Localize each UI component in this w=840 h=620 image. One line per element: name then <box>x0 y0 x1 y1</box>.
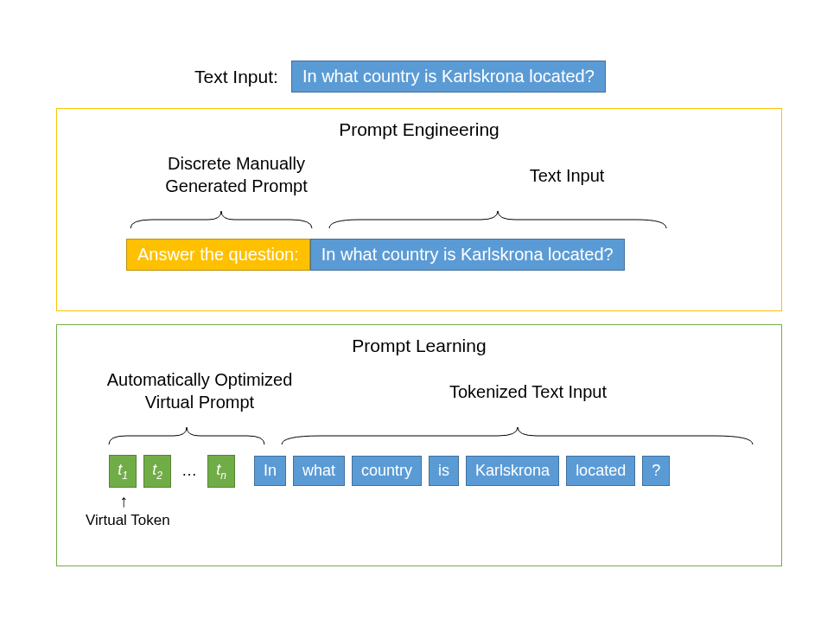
arrow-up-icon: ↑ <box>119 491 128 511</box>
virtual-prompt-label-line1: Automatically Optimized <box>107 370 293 389</box>
brace-icon <box>126 204 316 230</box>
discrete-prompt-box: Answer the question: <box>126 239 310 271</box>
virtual-token-tn: tn <box>207 455 235 488</box>
token-qmark: ? <box>642 456 670 486</box>
brace-icon <box>277 420 757 446</box>
prompt-engineering-title: Prompt Engineering <box>57 119 781 140</box>
brace-icon <box>325 204 671 230</box>
token-what: what <box>293 456 345 486</box>
text-input-box: In what country is Karlskrona located? <box>310 239 625 271</box>
discrete-prompt-label-line2: Generated Prompt <box>165 176 308 195</box>
text-input-header: Text Input: In what country is Karlskron… <box>194 61 606 93</box>
text-input-question: In what country is Karlskrona located? <box>291 61 606 93</box>
token-is: is <box>429 456 459 486</box>
tokenized-input-label: Tokenized Text Input <box>377 380 679 403</box>
token-in: In <box>254 456 286 486</box>
prompt-learning-title: Prompt Learning <box>57 336 781 356</box>
brace-icon <box>105 420 269 446</box>
pe-row: Answer the question: In what country is … <box>126 239 625 271</box>
text-input-label: Text Input: <box>194 67 278 87</box>
virtual-token-t2: t2 <box>143 455 171 488</box>
discrete-prompt-label: Discrete Manually Generated Prompt <box>126 152 347 197</box>
virtual-prompt-label: Automatically Optimized Virtual Prompt <box>92 368 308 413</box>
token-country: country <box>352 456 422 486</box>
token-located: located <box>566 456 635 486</box>
virtual-token-t1: t1 <box>109 455 137 488</box>
discrete-prompt-label-line1: Discrete Manually <box>168 154 305 173</box>
text-input-sublabel: Text Input <box>437 164 697 187</box>
prompt-engineering-panel: Prompt Engineering Discrete Manually Gen… <box>56 108 782 311</box>
ellipsis: … <box>178 462 200 480</box>
virtual-prompt-label-line2: Virtual Prompt <box>145 393 254 412</box>
token-karlskrona: Karlskrona <box>466 456 559 486</box>
virtual-token-arrow-label: Virtual Token <box>86 512 170 529</box>
pl-row: t1 t2 … tn In what country is Karlskrona… <box>109 455 670 488</box>
prompt-learning-panel: Prompt Learning Automatically Optimized … <box>56 324 782 566</box>
